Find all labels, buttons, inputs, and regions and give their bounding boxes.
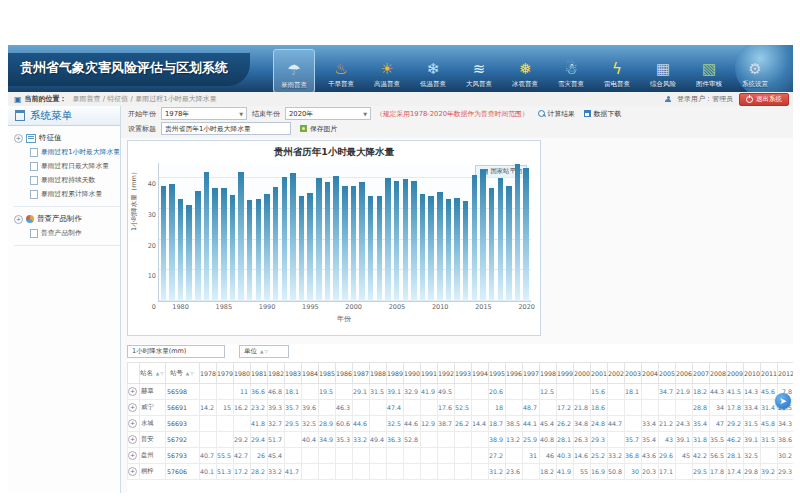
year-header-2006[interactable]: 2006 bbox=[676, 363, 693, 384]
year-header-2010[interactable]: 2010 bbox=[744, 363, 761, 384]
row-expand-icon[interactable]: + bbox=[128, 403, 137, 412]
nav-item-wind[interactable]: ≋大风普查 bbox=[459, 49, 499, 91]
row-expand-icon[interactable]: + bbox=[128, 467, 137, 476]
logout-button[interactable]: 退出系统 bbox=[739, 93, 789, 106]
save-image-button[interactable]: 保存图片 bbox=[300, 124, 337, 134]
year-header-1983[interactable]: 1983 bbox=[285, 363, 302, 384]
row-expand-icon[interactable]: + bbox=[128, 451, 137, 460]
year-header-2001[interactable]: 2001 bbox=[591, 363, 608, 384]
year-header-1993[interactable]: 1993 bbox=[455, 363, 472, 384]
year-header-1981[interactable]: 1981 bbox=[251, 363, 268, 384]
value-cell bbox=[217, 416, 234, 432]
bar-2011 bbox=[446, 199, 452, 301]
sidebar-item[interactable]: 普查产品制作 bbox=[14, 226, 120, 240]
year-header-1984[interactable]: 1984 bbox=[302, 363, 319, 384]
year-header-1990[interactable]: 1990 bbox=[404, 363, 421, 384]
year-header-1987[interactable]: 1987 bbox=[353, 363, 370, 384]
tree-group-1[interactable]: +普查产品制作 bbox=[14, 212, 120, 226]
year-header-1992[interactable]: 1992 bbox=[438, 363, 455, 384]
year-header-2012[interactable]: 2012 bbox=[778, 363, 794, 384]
bar-2014 bbox=[472, 175, 478, 301]
sort-icons: ▲▽ bbox=[260, 349, 269, 354]
year-header-1994[interactable]: 1994 bbox=[472, 363, 489, 384]
value-cell: 41.9 bbox=[421, 384, 438, 400]
floating-round-widget-icon[interactable]: ➤ bbox=[775, 393, 791, 409]
page-icon bbox=[30, 148, 38, 157]
year-header-1986[interactable]: 1986 bbox=[336, 363, 353, 384]
station-id-cell: 57606 bbox=[166, 464, 200, 480]
end-year-select[interactable]: 2020年▼ bbox=[285, 107, 371, 120]
nav-item-high-temp[interactable]: ☀高温普查 bbox=[367, 49, 407, 91]
year-header-2007[interactable]: 2007 bbox=[693, 363, 710, 384]
year-header-2008[interactable]: 2008 bbox=[710, 363, 727, 384]
sidebar-item[interactable]: 暴雨过程累计降水量 bbox=[14, 187, 120, 201]
year-header-1996[interactable]: 1996 bbox=[506, 363, 523, 384]
value-cell bbox=[506, 448, 523, 464]
year-header-1980[interactable]: 1980 bbox=[234, 363, 251, 384]
value-cell: 46.8 bbox=[268, 384, 285, 400]
chart-title-input[interactable]: 贵州省历年1小时最大降水量 bbox=[161, 122, 291, 135]
breadcrumb[interactable]: 暴雨普查 / 特征值 / 暴雨过程1小时最大降水量 bbox=[73, 94, 217, 104]
year-header-2003[interactable]: 2003 bbox=[625, 363, 642, 384]
nav-item-snow[interactable]: ☃雪灾普查 bbox=[551, 49, 591, 91]
nav-item-settings[interactable]: ⚙系统设置 bbox=[735, 49, 775, 91]
expand-icon[interactable]: + bbox=[14, 215, 23, 224]
nav-item-rainstorm[interactable]: ☂暴雨普查 bbox=[273, 49, 315, 93]
chart-title: 贵州省历年1小时最大降水量 bbox=[128, 146, 540, 159]
row-expand-icon[interactable]: + bbox=[128, 435, 137, 444]
row-expand-icon[interactable]: + bbox=[128, 387, 137, 396]
sidebar-item[interactable]: 暴雨过程日最大降水量 bbox=[14, 159, 120, 173]
year-header-2005[interactable]: 2005 bbox=[659, 363, 676, 384]
year-header-2002[interactable]: 2002 bbox=[608, 363, 625, 384]
year-header-1997[interactable]: 1997 bbox=[523, 363, 540, 384]
value-cell bbox=[455, 384, 472, 400]
year-header-2004[interactable]: 2004 bbox=[642, 363, 659, 384]
unit-sort-box[interactable]: 单位▲▽ bbox=[239, 345, 289, 358]
year-header-1991[interactable]: 1991 bbox=[421, 363, 438, 384]
value-cell: 17.8 bbox=[727, 400, 744, 416]
year-header-2000[interactable]: 2000 bbox=[574, 363, 591, 384]
bar-2010 bbox=[437, 192, 443, 301]
value-cell bbox=[506, 384, 523, 400]
station-name-header[interactable]: 站名▲▽ bbox=[140, 363, 166, 384]
value-cell: 32.5 bbox=[744, 448, 761, 464]
year-header-2009[interactable]: 2009 bbox=[727, 363, 744, 384]
nav-item-composite-risk[interactable]: ▦综合风险 bbox=[643, 49, 683, 91]
sidebar-item[interactable]: 暴雨过程持续天数 bbox=[14, 173, 120, 187]
sidebar-item[interactable]: 暴雨过程1小时最大降水量 bbox=[14, 145, 120, 159]
start-year-select[interactable]: 1978年▼ bbox=[161, 107, 247, 120]
nav-item-low-temp[interactable]: ❄低温普查 bbox=[413, 49, 453, 91]
value-cell: 40.4 bbox=[302, 432, 319, 448]
year-header-1999[interactable]: 1999 bbox=[557, 363, 574, 384]
row-expand-icon[interactable]: + bbox=[128, 419, 137, 428]
year-header-1979[interactable]: 1979 bbox=[217, 363, 234, 384]
year-header-1995[interactable]: 1995 bbox=[489, 363, 506, 384]
nav-item-drought[interactable]: ♨干旱普查 bbox=[321, 49, 361, 91]
year-header-1988[interactable]: 1988 bbox=[370, 363, 387, 384]
value-filter-box[interactable]: 1小时降水量(mm) bbox=[127, 345, 225, 358]
sidebar-item-label: 暴雨过程累计降水量 bbox=[41, 189, 102, 199]
value-cell: 21.8 bbox=[574, 400, 591, 416]
value-cell bbox=[472, 432, 489, 448]
nav-item-map-review[interactable]: ▧图件审核 bbox=[689, 49, 729, 91]
value-cell bbox=[319, 400, 336, 416]
page-icon bbox=[30, 162, 38, 171]
station-id-header[interactable]: 站号▲▽ bbox=[166, 363, 200, 384]
value-cell bbox=[676, 464, 693, 480]
nav-item-hail[interactable]: ❅冰雹普查 bbox=[505, 49, 545, 91]
year-header-1989[interactable]: 1989 bbox=[387, 363, 404, 384]
expand-icon[interactable]: + bbox=[14, 134, 23, 143]
nav-item-lightning[interactable]: ϟ雷电普查 bbox=[597, 49, 637, 91]
value-cell: 49.4 bbox=[370, 432, 387, 448]
value-cell bbox=[234, 416, 251, 432]
data-download-button[interactable]: 数据下载 bbox=[584, 109, 621, 119]
tree-group-0[interactable]: +特征值 bbox=[14, 131, 120, 145]
year-header-1985[interactable]: 1985 bbox=[319, 363, 336, 384]
year-header-2011[interactable]: 2011 bbox=[761, 363, 778, 384]
year-header-1998[interactable]: 1998 bbox=[540, 363, 557, 384]
year-header-1982[interactable]: 1982 bbox=[268, 363, 285, 384]
value-cell: 35.4 bbox=[693, 416, 710, 432]
year-header-1978[interactable]: 1978 bbox=[200, 363, 217, 384]
calc-result-button[interactable]: 计算结果 bbox=[538, 109, 575, 119]
x-tick-label: 1985 bbox=[216, 303, 233, 311]
